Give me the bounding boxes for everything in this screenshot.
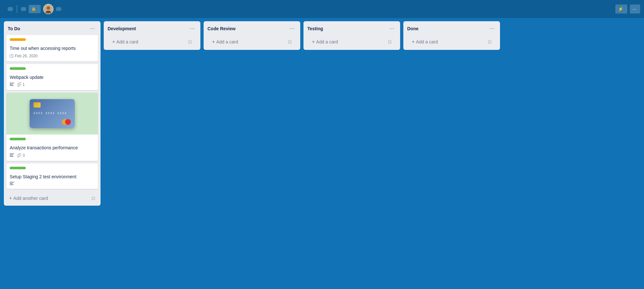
header-right: ⚡ ··· [615, 5, 640, 14]
add-card-body-done[interactable]: + Add a card ⊡ [409, 36, 495, 47]
list-menu-button-done[interactable]: ··· [487, 24, 496, 33]
private-button[interactable]: 🔒 [29, 5, 41, 13]
card-title: Time out when accessing reports [10, 45, 95, 52]
description-icon [10, 154, 14, 157]
list-title-todo: To Do [8, 26, 20, 31]
cc-bottom [34, 119, 71, 125]
description-icon [10, 83, 14, 87]
template-icon: ⊡ [91, 196, 95, 201]
plus-icon: + [112, 39, 115, 45]
list-title-testing: Testing [307, 26, 323, 31]
card-meta [10, 182, 95, 186]
clock-icon [10, 54, 14, 58]
attachment-icon [17, 82, 21, 87]
cards-development: + Add a card ⊡ [104, 35, 200, 50]
attachment-icon [17, 153, 21, 158]
butler-icon: ⚡ [618, 6, 623, 12]
board: To Do···Time out when accessing reportsF… [0, 18, 644, 289]
add-card-label: Add a card [416, 39, 438, 44]
cc-chip [34, 102, 41, 107]
cards-todo: Time out when accessing reportsFeb 26, 2… [4, 35, 101, 191]
lock-icon: 🔒 [31, 7, 36, 11]
card-label-green [10, 138, 26, 140]
add-card-label: Add a card [216, 39, 238, 44]
list-title-code-review: Code Review [207, 26, 235, 31]
add-card-body-development[interactable]: + Add a card ⊡ [109, 36, 195, 47]
card-due-date: Feb 26, 2020 [10, 54, 38, 58]
cards-done: + Add a card ⊡ [403, 35, 500, 50]
show-menu-button[interactable]: ··· [630, 5, 640, 14]
plus-icon: + [412, 39, 415, 45]
template-icon: ⊡ [488, 39, 492, 44]
list-done: Done··· + Add a card ⊡ [403, 21, 500, 50]
list-menu-button-code-review[interactable]: ··· [288, 24, 296, 33]
list-title-done: Done [407, 26, 418, 31]
svg-rect-9 [10, 156, 14, 157]
board-header: 🔒 ⚡ ··· [0, 0, 644, 18]
list-development: Development··· + Add a card ⊡ [104, 21, 200, 50]
card-card4[interactable]: Setup Staging 2 test environment [6, 163, 98, 189]
cc-logo [62, 119, 71, 125]
card-meta: 3 [10, 153, 95, 158]
plus-icon: + [312, 39, 315, 45]
card-body: Analyze transactions performance3 [6, 144, 98, 161]
card-card2[interactable]: Webpack update1 [6, 64, 98, 90]
avatar[interactable] [43, 4, 53, 14]
svg-rect-11 [10, 183, 13, 184]
card-card3[interactable]: XXXX XXXX XXXXAnalyze transactions perfo… [6, 93, 98, 161]
card-label-green [10, 67, 26, 70]
cc-number: XXXX XXXX XXXX [34, 112, 71, 115]
card-title: Webpack update [10, 74, 95, 81]
card-card1[interactable]: Time out when accessing reportsFeb 26, 2… [6, 35, 98, 61]
list-menu-button-testing[interactable]: ··· [388, 24, 396, 33]
card-label-orange [10, 38, 26, 41]
cc-circle-red [65, 119, 71, 125]
list-title-development: Development [108, 26, 136, 31]
svg-rect-7 [10, 154, 14, 154]
template-icon: ⊡ [188, 39, 192, 44]
star-button[interactable] [8, 7, 13, 11]
plus-icon: + [212, 39, 215, 45]
card-body: Setup Staging 2 test environment [6, 172, 98, 189]
card-body: Time out when accessing reportsFeb 26, 2… [6, 44, 98, 61]
card-description-icon [10, 154, 14, 157]
card-description-icon [10, 83, 14, 87]
card-meta: 1 [10, 82, 95, 87]
svg-rect-12 [10, 184, 14, 185]
description-icon [10, 182, 14, 186]
list-header-testing: Testing··· [303, 21, 400, 35]
card-attachment: 3 [17, 153, 25, 158]
list-header-todo: To Do··· [4, 21, 101, 35]
butler-button[interactable]: ⚡ [615, 5, 627, 14]
add-card-button-todo[interactable]: + Add another card ⊡ [6, 193, 98, 203]
cards-code-review: + Add a card ⊡ [204, 35, 300, 50]
list-footer-todo: + Add another card ⊡ [4, 191, 101, 206]
add-card-body-testing[interactable]: + Add a card ⊡ [309, 36, 395, 47]
card-body: Webpack update1 [6, 73, 98, 90]
card-title: Setup Staging 2 test environment [10, 174, 95, 180]
add-card-label: Add a card [116, 39, 138, 44]
svg-rect-6 [10, 85, 14, 86]
list-menu-button-development[interactable]: ··· [188, 24, 197, 33]
list-todo: To Do···Time out when accessing reportsF… [4, 21, 101, 206]
template-icon: ⊡ [288, 39, 292, 44]
list-testing: Testing··· + Add a card ⊡ [303, 21, 400, 50]
svg-point-1 [47, 6, 50, 10]
personal-button[interactable] [21, 7, 26, 11]
card-description-icon [10, 182, 14, 186]
svg-rect-10 [10, 182, 14, 182]
credit-card-visual: XXXX XXXX XXXX [30, 99, 75, 128]
card-cover: XXXX XXXX XXXX [6, 93, 98, 135]
invite-button[interactable] [56, 7, 61, 11]
add-card-body-code-review[interactable]: + Add a card ⊡ [209, 36, 295, 47]
plus-icon: + [9, 195, 12, 201]
svg-rect-8 [10, 155, 13, 155]
svg-rect-5 [10, 84, 13, 85]
header-separator-1 [17, 5, 17, 13]
list-menu-button-todo[interactable]: ··· [88, 24, 97, 33]
list-header-code-review: Code Review··· [204, 21, 300, 35]
add-card-label: Add a card [316, 39, 338, 44]
list-header-development: Development··· [104, 21, 200, 35]
card-attachment: 1 [17, 82, 25, 87]
dots-icon: ··· [632, 6, 636, 12]
